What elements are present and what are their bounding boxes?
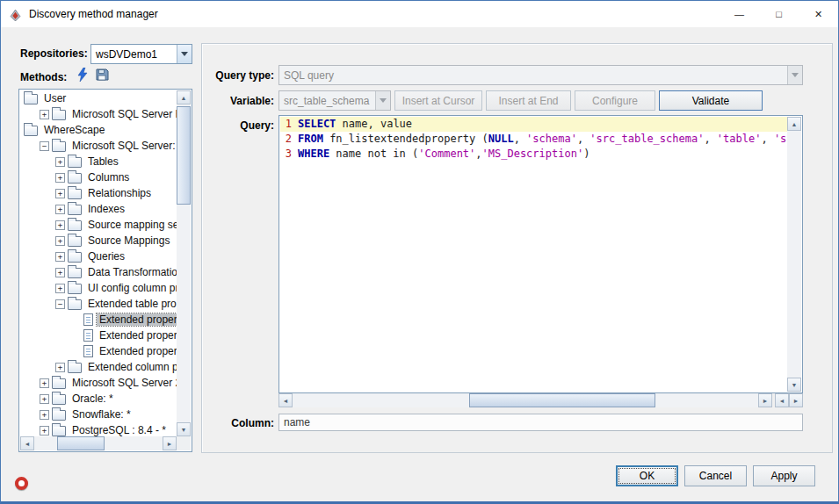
folder-icon (52, 141, 66, 152)
code-token: NULL (488, 133, 514, 145)
tree-item[interactable]: +UI config column prope (20, 280, 177, 296)
expand-icon[interactable]: + (55, 284, 65, 293)
tree-item[interactable]: +Columns (20, 169, 177, 185)
tree-item[interactable]: +Oracle: * (20, 391, 177, 407)
tree-item-label: Queries (85, 250, 127, 263)
folder-icon (24, 94, 38, 104)
tree-item[interactable]: +Extended column prop (20, 359, 177, 375)
tree-item[interactable]: −Microsoft SQL Server: 9.0 - (20, 138, 177, 154)
column-input[interactable] (278, 414, 803, 431)
tree-item[interactable]: +Source Mappings (20, 233, 177, 248)
apply-button[interactable]: Apply (753, 465, 815, 486)
tree-item[interactable]: −Extended table propert (20, 296, 177, 312)
query-code[interactable]: 1SELECT name, value2FROM fn_listextended… (280, 117, 787, 392)
expand-icon[interactable]: + (40, 426, 49, 436)
code-line[interactable]: 2FROM fn_listextendedproperty (NULL, 'sc… (280, 132, 787, 147)
editor-vertical-scrollbar[interactable]: ▲ ▼ (787, 117, 801, 392)
tree-item[interactable]: Extended property (20, 343, 177, 359)
tree-item[interactable]: +Data Transformations (20, 264, 177, 280)
repository-select[interactable]: wsDVDemo1 (90, 44, 192, 64)
tree-vscroll-track[interactable] (177, 104, 191, 422)
line-number: 2 (284, 132, 292, 147)
code-line[interactable]: 3WHERE name not in ('Comment','MS_Descri… (280, 147, 787, 162)
expand-icon[interactable]: + (40, 394, 49, 404)
code-token: , (761, 133, 773, 145)
tree-item-label: UI config column prope (85, 282, 177, 294)
tree-horizontal-scrollbar[interactable]: ◄ ► (20, 436, 177, 450)
tree-item[interactable]: +PostgreSQL : 8.4 - * (20, 422, 177, 436)
tree-item-label: Extended column prop (85, 361, 177, 373)
repository-value: wsDVDemo1 (91, 48, 177, 61)
tree-item[interactable]: +Indexes (20, 201, 177, 217)
tree-item[interactable]: +Tables (20, 154, 177, 169)
expand-icon[interactable]: + (40, 378, 49, 388)
cancel-button[interactable]: Cancel (684, 465, 747, 486)
tree-item[interactable]: +Microsoft SQL Server 2000 (20, 375, 177, 391)
tree-item[interactable]: Extended property (20, 328, 177, 343)
tree-item[interactable]: +Relationships (20, 185, 177, 201)
expand-icon[interactable]: + (55, 236, 65, 246)
query-editor[interactable]: 1SELECT name, value2FROM fn_listextended… (278, 115, 803, 393)
scroll-up-icon[interactable]: ▲ (787, 117, 801, 131)
title-bar: Discovery method manager — □ ✕ (1, 1, 838, 27)
editor-hscroll-track[interactable] (293, 393, 758, 407)
tree-item-label: Snowflake: * (69, 408, 134, 421)
tree-item-label: Microsoft SQL Server 2000 (69, 377, 177, 389)
ok-button[interactable]: OK (616, 465, 678, 486)
expand-icon[interactable]: + (55, 173, 65, 183)
save-methods-icon[interactable] (94, 67, 110, 83)
folder-icon (68, 157, 82, 168)
tree-item[interactable]: +Source mapping sets (20, 217, 177, 233)
scroll-down-icon[interactable]: ▼ (787, 378, 801, 392)
collapse-icon[interactable]: − (55, 299, 65, 309)
dropdown-arrow-icon[interactable] (177, 45, 192, 63)
expand-icon[interactable]: + (55, 189, 65, 198)
expand-icon[interactable]: + (40, 410, 49, 420)
scroll-up-icon[interactable]: ▲ (177, 90, 191, 104)
expand-icon[interactable]: + (55, 205, 65, 214)
expand-icon[interactable]: + (40, 110, 49, 119)
tree-item[interactable]: WhereScape (20, 122, 177, 138)
tree-hscroll-thumb[interactable] (57, 436, 105, 450)
tree-vertical-scrollbar[interactable]: ▲ ▼ (177, 90, 191, 436)
tree-item-label: WhereScape (41, 124, 107, 136)
insert-at-end-button: Insert at End (486, 90, 571, 111)
scroll-right-icon[interactable]: ► (758, 393, 772, 407)
scroll-left-icon[interactable]: ◄ (278, 393, 293, 407)
scroll-left-icon[interactable]: ◄ (20, 436, 34, 450)
tree-item-label: Columns (85, 171, 132, 184)
tree-item-label: Source mapping sets (85, 219, 177, 231)
tree-item[interactable]: +Microsoft SQL Server HS: S (20, 106, 177, 122)
scroll-right-icon[interactable]: ► (163, 436, 177, 450)
scroll-left-icon[interactable]: ◄ (775, 393, 789, 407)
expand-icon[interactable]: + (55, 252, 65, 262)
scroll-right-icon[interactable]: ► (789, 393, 803, 407)
query-label: Query: (207, 119, 274, 132)
editor-hscroll-thumb[interactable] (469, 393, 655, 407)
repository-tree: User+Microsoft SQL Server HS: SWhereScap… (20, 90, 177, 436)
collapse-icon[interactable]: − (40, 141, 49, 151)
dropdown-arrow-icon (787, 66, 802, 84)
tree-item[interactable]: User (20, 90, 177, 106)
tree-item[interactable]: +Snowflake: * (20, 407, 177, 422)
validate-button[interactable]: Validate (659, 90, 763, 111)
minimize-button[interactable]: — (720, 1, 759, 27)
tree-item[interactable]: Extended property (20, 312, 177, 328)
editor-vscroll-track[interactable] (787, 131, 801, 378)
editor-horizontal-scrollbar[interactable]: ◄ ► ◄ ► (278, 393, 803, 407)
close-button[interactable]: ✕ (799, 1, 838, 27)
maximize-button[interactable]: □ (759, 1, 799, 27)
tree-hscroll-track[interactable] (34, 436, 163, 450)
help-icon[interactable] (15, 477, 28, 490)
scroll-down-icon[interactable]: ▼ (177, 422, 191, 436)
code-line[interactable]: 1SELECT name, value (280, 117, 787, 132)
expand-icon[interactable]: + (55, 268, 65, 277)
repository-tree-panel: User+Microsoft SQL Server HS: SWhereScap… (18, 89, 192, 452)
expand-icon[interactable]: + (55, 220, 65, 230)
tree-vscroll-thumb[interactable] (177, 106, 191, 205)
expand-icon[interactable]: + (55, 157, 65, 167)
tree-item-label: Tables (85, 155, 121, 168)
refresh-methods-icon[interactable] (75, 67, 90, 83)
expand-icon[interactable]: + (55, 363, 65, 372)
tree-item[interactable]: +Queries (20, 248, 177, 264)
